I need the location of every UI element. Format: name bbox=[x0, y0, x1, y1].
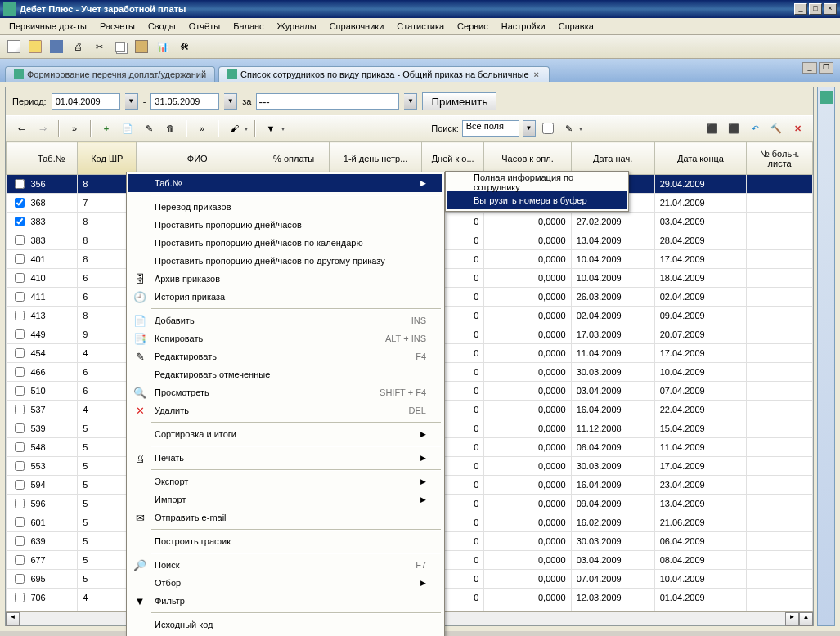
search-checkbox[interactable] bbox=[542, 123, 554, 134]
ctx-prop1[interactable]: Проставить пропорцию дней/часов bbox=[128, 216, 442, 234]
ctx-find[interactable]: 🔎ПоискF7 bbox=[128, 556, 442, 574]
gt-tool2[interactable]: ⬛ bbox=[725, 119, 743, 137]
tb-print[interactable]: 🖨 bbox=[69, 38, 87, 56]
ctx-add[interactable]: 📄ДобавитьINS bbox=[128, 311, 442, 329]
gt-more[interactable]: » bbox=[193, 119, 211, 137]
tb-paste[interactable] bbox=[133, 38, 150, 56]
menu-settings[interactable]: Настройки bbox=[496, 20, 551, 33]
panel-restore[interactable]: ❐ bbox=[819, 62, 833, 74]
col-pct[interactable]: % оплаты bbox=[258, 142, 330, 175]
row-checkbox[interactable] bbox=[15, 461, 25, 471]
row-checkbox[interactable] bbox=[15, 593, 25, 602]
row-checkbox[interactable] bbox=[15, 555, 25, 565]
date-from-dd[interactable]: ▼ bbox=[125, 93, 138, 110]
menu-balance[interactable]: Баланс bbox=[227, 20, 269, 33]
maximize-button[interactable]: □ bbox=[809, 3, 822, 15]
ctx-prop3[interactable]: Проставить пропорцию дней/часов по друго… bbox=[128, 252, 442, 270]
row-checkbox[interactable] bbox=[15, 273, 25, 283]
gt-undo[interactable]: ↶ bbox=[746, 119, 764, 137]
tb-save[interactable] bbox=[47, 38, 65, 56]
tb-cut[interactable]: ✂ bbox=[90, 38, 108, 56]
menu-service[interactable]: Сервис bbox=[451, 20, 494, 33]
row-checkbox[interactable] bbox=[15, 292, 25, 302]
row-checkbox[interactable] bbox=[15, 423, 25, 433]
menu-directories[interactable]: Справочники bbox=[324, 20, 390, 33]
gt-edit[interactable]: ✎ bbox=[140, 119, 158, 137]
sub-full-info[interactable]: Полная информация по сотруднику bbox=[447, 173, 627, 191]
date-to-dd[interactable]: ▼ bbox=[224, 93, 237, 110]
col-dend[interactable]: Дата конца bbox=[654, 142, 747, 175]
row-checkbox[interactable] bbox=[15, 235, 25, 245]
row-checkbox[interactable] bbox=[15, 499, 25, 508]
date-from[interactable] bbox=[52, 93, 120, 110]
scroll-right-icon[interactable]: ► bbox=[785, 612, 799, 626]
ctx-src[interactable]: Исходный код bbox=[128, 616, 442, 634]
col-days[interactable]: Дней к о... bbox=[421, 142, 484, 175]
ctx-editm[interactable]: Редактировать отмеченные bbox=[128, 365, 442, 383]
col-tabno[interactable]: Таб.№ bbox=[25, 142, 78, 175]
menu-reports[interactable]: Отчёты bbox=[183, 20, 226, 33]
row-checkbox[interactable] bbox=[15, 386, 25, 396]
ctx-tabno[interactable]: Таб.№▶ bbox=[128, 174, 442, 192]
tab-spisok[interactable]: Список сотрудников по виду приказа - Общ… bbox=[218, 66, 550, 82]
ctx-graph[interactable]: Построить график bbox=[128, 532, 442, 550]
ctx-sort[interactable]: Сортировка и итоги▶ bbox=[128, 425, 442, 443]
tb-new[interactable] bbox=[5, 38, 23, 56]
col-day1[interactable]: 1-й день нетр... bbox=[330, 142, 422, 175]
row-checkbox[interactable] bbox=[15, 367, 25, 377]
ctx-archive[interactable]: 🗄Архив приказов bbox=[128, 270, 442, 288]
gt-nav-fwd[interactable]: ⇒ bbox=[34, 119, 52, 137]
row-checkbox[interactable] bbox=[15, 329, 25, 339]
ctx-edit[interactable]: ✎РедактироватьF4 bbox=[128, 347, 442, 365]
tab-close-icon[interactable]: × bbox=[532, 69, 541, 79]
ctx-filter[interactable]: ▼Фильтр bbox=[128, 592, 442, 610]
search-field-select[interactable]: Все поля bbox=[462, 120, 519, 137]
chevron-down-icon[interactable]: ▾ bbox=[281, 125, 285, 132]
row-checkbox[interactable] bbox=[15, 217, 25, 226]
close-button[interactable]: × bbox=[824, 3, 837, 15]
col-kod[interactable]: Код ШР bbox=[78, 142, 137, 175]
col-check[interactable] bbox=[7, 142, 25, 175]
menu-help[interactable]: Справка bbox=[553, 20, 600, 33]
menu-journals[interactable]: Журналы bbox=[272, 20, 322, 33]
sidebar-icon[interactable] bbox=[820, 91, 833, 104]
col-hours[interactable]: Часов к опл. bbox=[484, 142, 571, 175]
ctx-email[interactable]: ✉Отправить e-mail bbox=[128, 508, 442, 526]
sub-export-buffer[interactable]: Выгрузить номера в буфер bbox=[447, 191, 627, 209]
chevron-down-icon[interactable]: ▾ bbox=[579, 125, 582, 132]
row-checkbox[interactable] bbox=[15, 574, 25, 584]
ctx-otbor[interactable]: Отбор▶ bbox=[128, 574, 442, 592]
row-checkbox[interactable] bbox=[15, 311, 25, 320]
ctx-print[interactable]: 🖨Печать▶ bbox=[128, 449, 442, 467]
gt-copy[interactable]: 📄 bbox=[119, 119, 137, 137]
ctx-export[interactable]: Экспорт▶ bbox=[128, 473, 442, 490]
gt-fwd2[interactable]: » bbox=[65, 119, 83, 137]
ctx-import[interactable]: Импорт▶ bbox=[128, 490, 442, 508]
tb-copy[interactable] bbox=[111, 38, 129, 56]
menu-primary-docs[interactable]: Первичные док-ты bbox=[3, 20, 92, 33]
row-checkbox[interactable] bbox=[15, 480, 25, 490]
gt-delete-x[interactable]: ✕ bbox=[788, 119, 806, 137]
gt-del[interactable]: 🗑 bbox=[161, 119, 179, 137]
row-checkbox[interactable] bbox=[15, 198, 25, 208]
col-dstart[interactable]: Дата нач. bbox=[571, 142, 654, 175]
row-checkbox[interactable] bbox=[15, 442, 25, 452]
row-checkbox[interactable] bbox=[15, 179, 25, 189]
date-to[interactable] bbox=[150, 93, 219, 110]
menu-calculations[interactable]: Расчеты bbox=[94, 20, 141, 33]
gt-add[interactable]: + bbox=[97, 119, 115, 137]
panel-minimize[interactable]: _ bbox=[802, 62, 817, 74]
apply-button[interactable]: Применить bbox=[422, 92, 496, 110]
search-field-dd[interactable]: ▼ bbox=[523, 120, 536, 137]
ctx-del[interactable]: ✕УдалитьDEL bbox=[128, 401, 442, 419]
row-checkbox[interactable] bbox=[15, 536, 25, 546]
col-fio[interactable]: ФИО bbox=[137, 142, 258, 175]
row-checkbox[interactable] bbox=[15, 405, 25, 414]
row-checkbox[interactable] bbox=[15, 517, 25, 527]
ctx-view[interactable]: 🔍ПросмотретьSHIFT + F4 bbox=[128, 383, 442, 401]
za-input[interactable] bbox=[256, 93, 399, 110]
row-checkbox[interactable] bbox=[15, 254, 25, 264]
gt-edit2[interactable]: ✎ bbox=[559, 119, 577, 137]
tb-chart[interactable]: 📊 bbox=[154, 38, 172, 56]
minimize-button[interactable]: _ bbox=[794, 3, 807, 15]
